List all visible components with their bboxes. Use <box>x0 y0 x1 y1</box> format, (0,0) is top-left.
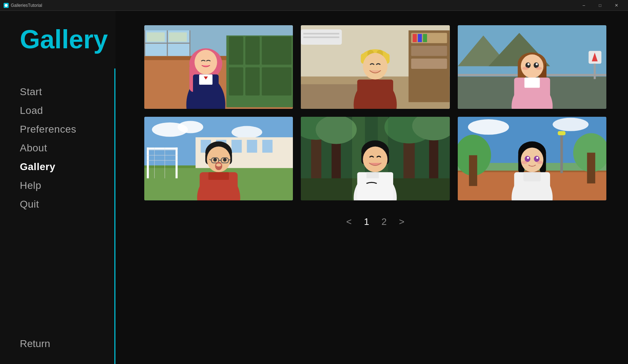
app-icon <box>4 3 9 8</box>
svg-rect-138 <box>558 131 565 135</box>
svg-rect-87 <box>232 140 242 153</box>
svg-point-72 <box>177 121 203 133</box>
svg-point-65 <box>536 63 538 65</box>
sidebar-item-start[interactable]: Start <box>20 83 115 101</box>
svg-rect-35 <box>413 34 417 42</box>
svg-rect-34 <box>411 58 447 68</box>
svg-rect-106 <box>208 172 229 180</box>
svg-point-150 <box>537 161 543 164</box>
svg-point-124 <box>363 146 387 172</box>
sidebar-item-about[interactable]: About <box>20 139 115 157</box>
svg-rect-37 <box>423 34 427 42</box>
svg-point-148 <box>536 157 538 159</box>
svg-point-73 <box>232 126 262 138</box>
svg-rect-134 <box>469 155 477 186</box>
svg-point-144 <box>521 147 544 172</box>
svg-point-129 <box>553 118 589 131</box>
prev-page-button[interactable]: < <box>343 215 355 229</box>
sidebar-title: Gallery <box>0 11 115 83</box>
svg-rect-5 <box>229 36 243 65</box>
svg-rect-8 <box>229 67 243 96</box>
svg-rect-89 <box>262 140 272 153</box>
svg-rect-30 <box>303 36 339 38</box>
svg-rect-29 <box>303 33 339 34</box>
next-page-button[interactable]: > <box>396 215 407 229</box>
svg-point-101 <box>213 158 217 161</box>
svg-point-102 <box>223 158 227 161</box>
gallery-grid <box>144 25 606 200</box>
main-content: < 1 2 > <box>115 11 628 364</box>
svg-rect-76 <box>147 147 149 178</box>
svg-rect-77 <box>147 147 177 150</box>
svg-rect-24 <box>199 75 212 85</box>
svg-point-22 <box>194 50 217 74</box>
svg-point-104 <box>216 163 221 167</box>
svg-point-67 <box>536 67 542 70</box>
svg-rect-33 <box>411 46 447 56</box>
svg-rect-17 <box>169 32 187 42</box>
app-content: Gallery Start Load Preferences About Gal… <box>0 11 628 364</box>
svg-rect-36 <box>418 34 422 42</box>
sidebar-item-load[interactable]: Load <box>20 101 115 120</box>
svg-rect-16 <box>147 32 165 42</box>
svg-rect-88 <box>247 140 257 153</box>
gallery-item-3[interactable] <box>458 25 606 109</box>
minimize-button[interactable]: – <box>576 0 592 11</box>
svg-rect-46 <box>357 80 394 109</box>
svg-point-149 <box>521 161 527 164</box>
gallery-item-5[interactable] <box>301 117 449 200</box>
return-button[interactable]: Return <box>20 338 115 350</box>
titlebar-left: GalleriesTutorial <box>4 3 42 8</box>
svg-rect-6 <box>245 36 260 65</box>
sidebar: Gallery Start Load Preferences About Gal… <box>0 11 115 364</box>
svg-rect-10 <box>262 67 292 96</box>
svg-rect-78 <box>176 147 178 178</box>
svg-rect-136 <box>587 153 595 183</box>
svg-point-66 <box>522 67 528 70</box>
maximize-button[interactable]: □ <box>592 0 608 11</box>
svg-point-64 <box>527 63 530 65</box>
svg-point-128 <box>468 119 509 135</box>
svg-rect-126 <box>366 172 379 178</box>
svg-rect-69 <box>524 77 540 88</box>
svg-rect-152 <box>523 172 541 182</box>
sidebar-item-gallery[interactable]: Gallery <box>20 157 115 176</box>
sidebar-bottom: Return <box>0 338 115 364</box>
svg-point-61 <box>521 54 544 78</box>
sidebar-item-help[interactable]: Help <box>20 176 115 195</box>
sidebar-item-preferences[interactable]: Preferences <box>20 120 115 139</box>
svg-point-45 <box>363 53 387 80</box>
svg-point-0 <box>5 4 8 7</box>
sidebar-item-quit[interactable]: Quit <box>20 195 115 214</box>
gallery-item-4[interactable] <box>144 117 293 200</box>
svg-point-147 <box>527 157 529 159</box>
gallery-item-6[interactable] <box>458 117 606 200</box>
sidebar-divider <box>114 68 115 364</box>
svg-rect-15 <box>144 43 190 44</box>
close-button[interactable]: ✕ <box>608 0 624 11</box>
page-1-button[interactable]: 1 <box>361 215 372 229</box>
gallery-item-1[interactable] <box>144 25 293 109</box>
svg-rect-7 <box>262 36 292 65</box>
app-title: GalleriesTutorial <box>11 3 42 8</box>
gallery-item-2[interactable] <box>301 25 449 109</box>
svg-rect-55 <box>594 64 596 79</box>
svg-rect-9 <box>245 67 260 96</box>
pagination: < 1 2 > <box>144 215 606 229</box>
window-controls: – □ ✕ <box>576 0 624 11</box>
svg-rect-137 <box>560 132 563 173</box>
sidebar-nav: Start Load Preferences About Gallery Hel… <box>0 83 115 338</box>
titlebar: GalleriesTutorial – □ ✕ <box>0 0 628 11</box>
page-2-button[interactable]: 2 <box>379 215 390 229</box>
